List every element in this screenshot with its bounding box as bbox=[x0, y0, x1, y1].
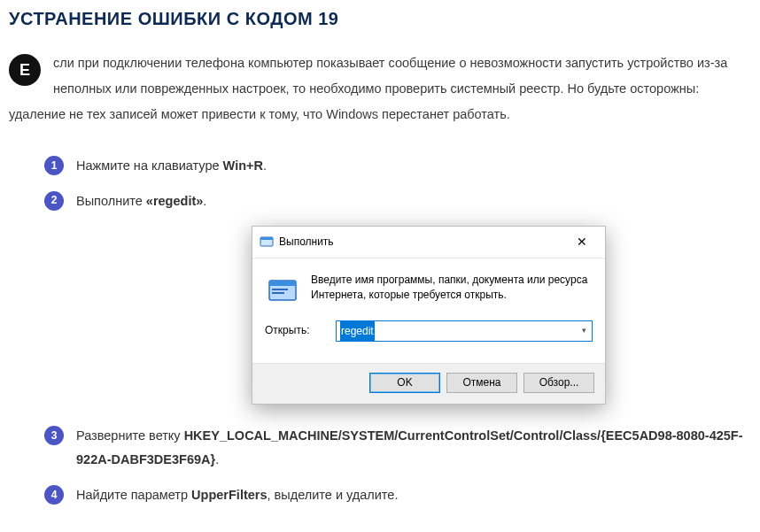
open-combobox[interactable]: regedit ▾ bbox=[336, 320, 593, 342]
step-item: Выполните «regedit». Выполнить ✕ bbox=[44, 189, 751, 405]
dialog-body: Введите имя программы, папки, документа … bbox=[252, 258, 605, 363]
intro-paragraph: Е сли при подключении телефона компьютер… bbox=[9, 50, 751, 127]
step-text: . bbox=[263, 158, 267, 173]
step-text: . bbox=[203, 194, 206, 208]
run-icon bbox=[260, 235, 274, 249]
ok-button[interactable]: OK bbox=[369, 373, 440, 393]
step-item: Разверните ветку HKEY_LOCAL_MACHINE/SYST… bbox=[44, 424, 751, 473]
cancel-button[interactable]: Отмена bbox=[446, 373, 517, 393]
svg-rect-4 bbox=[272, 289, 288, 290]
chevron-down-icon[interactable]: ▾ bbox=[575, 321, 592, 341]
svg-rect-3 bbox=[269, 281, 296, 286]
dialog-title: Выполнить bbox=[279, 232, 564, 252]
close-button[interactable]: ✕ bbox=[564, 233, 600, 251]
step-bold: Win+R bbox=[223, 158, 263, 173]
steps-list: Нажмите на клавиатуре Win+R. Выполните «… bbox=[9, 154, 751, 508]
svg-rect-5 bbox=[272, 292, 284, 294]
section-heading: УСТРАНЕНИЕ ОШИБКИ С КОДОМ 19 bbox=[9, 9, 751, 29]
step-text: Выполните bbox=[76, 194, 146, 208]
dropcap-letter: Е bbox=[9, 54, 41, 86]
run-dialog: Выполнить ✕ Введите имя программы, папки… bbox=[252, 226, 606, 405]
step-text: Нажмите на клавиатуре bbox=[76, 158, 223, 173]
step-item: Найдите параметр UpperFilters, выделите … bbox=[44, 483, 751, 508]
step-text: Разверните ветку bbox=[76, 428, 184, 443]
step-bold: UpperFilters bbox=[191, 488, 267, 502]
step-text: , выделите и удалите. bbox=[268, 488, 399, 502]
dialog-description: Введите имя программы, папки, документа … bbox=[311, 273, 593, 308]
step-text: . bbox=[215, 452, 219, 466]
step-text: Найдите параметр bbox=[76, 488, 191, 502]
browse-button[interactable]: Обзор... bbox=[523, 373, 594, 393]
svg-rect-1 bbox=[260, 237, 273, 240]
open-input[interactable]: regedit bbox=[337, 321, 575, 341]
intro-text: сли при подключении телефона компьютер п… bbox=[9, 56, 727, 121]
dialog-titlebar[interactable]: Выполнить ✕ bbox=[252, 227, 605, 258]
step-item: Нажмите на клавиатуре Win+R. bbox=[44, 154, 751, 179]
step-bold: «regedit» bbox=[146, 194, 203, 208]
dialog-button-row: OK Отмена Обзор... bbox=[252, 363, 605, 404]
open-label: Открыть: bbox=[265, 320, 327, 341]
run-large-icon bbox=[265, 273, 300, 308]
